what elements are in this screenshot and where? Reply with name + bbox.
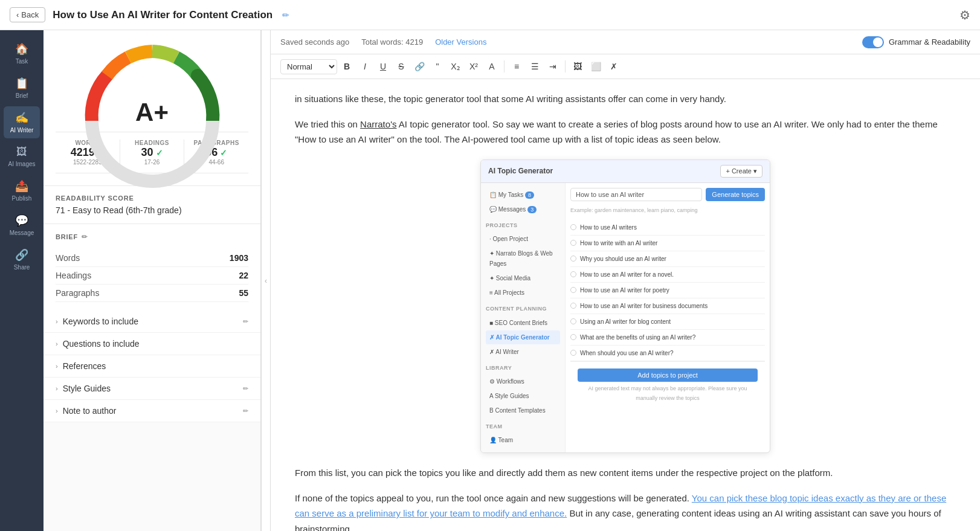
sidebar-item-brief[interactable]: 📋 Brief bbox=[4, 72, 40, 104]
italic-button[interactable]: I bbox=[356, 58, 373, 75]
sidebar-item-ai-images[interactable]: 🖼 AI Images bbox=[4, 141, 40, 172]
sidebar-item-message[interactable]: 💬 Message bbox=[4, 209, 40, 241]
brief-words-key: Words bbox=[56, 253, 80, 263]
narrato-link[interactable]: Narrato's bbox=[360, 119, 396, 129]
paragraphs-label: PARAGRAPHS bbox=[184, 140, 248, 146]
grammar-label: Grammar & Readability bbox=[889, 37, 970, 47]
screenshot-footer: Add topics to project AI generated text … bbox=[570, 361, 765, 408]
sidebar-item-ai-writer[interactable]: ✍ AI Writer bbox=[4, 106, 40, 138]
ss-topic-5: How to use an AI writer for poetry bbox=[570, 283, 765, 298]
ss-my-tasks[interactable]: 📋 My Tasks 8 bbox=[486, 188, 560, 202]
accordion-style-guides[interactable]: › Style Guides ✏ bbox=[44, 378, 260, 400]
accordion-references[interactable]: › References bbox=[44, 355, 260, 378]
link-button[interactable]: 🔗 bbox=[411, 58, 428, 75]
ss-social-media[interactable]: ✦ Social Media bbox=[486, 271, 560, 285]
blockquote-button[interactable]: " bbox=[429, 58, 446, 75]
title-edit-icon[interactable]: ✏ bbox=[282, 10, 289, 20]
ss-seo-briefs[interactable]: ■ SEO Content Briefs bbox=[486, 316, 560, 330]
top-bar: ‹ Back How to Use An AI Writer for Conte… bbox=[0, 0, 980, 30]
ss-messages[interactable]: 💬 Messages 3 bbox=[486, 202, 560, 216]
grade-label: A+ bbox=[135, 98, 169, 127]
ss-generate-button[interactable]: Generate topics bbox=[706, 188, 765, 201]
ordered-list-button[interactable]: ≡ bbox=[508, 58, 525, 75]
editor-paragraph-1: in situations like these, the topic gene… bbox=[295, 91, 956, 107]
editor-content[interactable]: in situations like these, the topic gene… bbox=[271, 79, 980, 531]
ss-team[interactable]: 👤 Team bbox=[486, 433, 560, 447]
screenshot-main-area: Generate topics Example: garden maintena… bbox=[566, 183, 770, 453]
clear-format-button[interactable]: ✗ bbox=[605, 58, 622, 75]
ss-topic-input[interactable] bbox=[570, 188, 702, 201]
top-bar-left: ‹ Back How to Use An AI Writer for Conte… bbox=[10, 7, 289, 22]
add-topics-button[interactable]: Add topics to project bbox=[578, 368, 758, 382]
older-versions-link[interactable]: Older Versions bbox=[435, 37, 486, 47]
screenshot-body: 📋 My Tasks 8 💬 Messages 3 PROJECTS · Ope… bbox=[481, 183, 770, 453]
fold-handle[interactable]: ‹ bbox=[261, 30, 271, 531]
subscript-button[interactable]: X₂ bbox=[447, 58, 464, 75]
editor-meta: Saved seconds ago Total words: 4219 Olde… bbox=[280, 37, 486, 47]
ss-all-projects[interactable]: ≡ All Projects bbox=[486, 286, 560, 300]
stat-headings: HEADINGS 30 ✓ 17-26 bbox=[120, 140, 184, 166]
ss-narrato-blogs[interactable]: ✦ Narrato Blogs & Web Pages bbox=[486, 246, 560, 271]
ss-ai-writer-nav[interactable]: ✗ AI Writer bbox=[486, 345, 560, 359]
indent-button[interactable]: ⇥ bbox=[544, 58, 561, 75]
ai-images-icon: 🖼 bbox=[16, 146, 27, 158]
text-style-select[interactable]: Normal Heading 1 Heading 2 Heading 3 bbox=[280, 59, 337, 74]
publish-icon: 📤 bbox=[15, 179, 28, 193]
screenshot-header: AI Topic Generator + Create ▾ bbox=[481, 160, 770, 183]
ss-projects-label: PROJECTS bbox=[486, 221, 560, 230]
bold-button[interactable]: B bbox=[338, 58, 355, 75]
ss-library-label: LIBRARY bbox=[486, 364, 560, 373]
image-button[interactable]: 🖼 bbox=[569, 58, 586, 75]
screenshot-create-button[interactable]: + Create ▾ bbox=[720, 165, 762, 178]
brief-row-words: Words 1903 bbox=[56, 249, 248, 267]
ss-topic-8: What are the benefits of using an AI wri… bbox=[570, 330, 765, 346]
editor-top-bar: Saved seconds ago Total words: 4219 Olde… bbox=[271, 30, 980, 54]
font-color-button[interactable]: A bbox=[483, 58, 500, 75]
keywords-edit-icon[interactable]: ✏ bbox=[243, 318, 248, 326]
sidebar-item-task[interactable]: 🏠 Task bbox=[4, 37, 40, 69]
editor-area: Saved seconds ago Total words: 4219 Olde… bbox=[271, 30, 980, 531]
sidebar-item-publish[interactable]: 📤 Publish bbox=[4, 175, 40, 207]
brief-title: BRIEF bbox=[56, 233, 78, 240]
ss-topic-2: How to write with an AI writer bbox=[570, 236, 765, 251]
accordion-note-to-author[interactable]: › Note to author ✏ bbox=[44, 400, 260, 422]
headings-check-icon: ✓ bbox=[156, 148, 163, 158]
ai-topic-generator-screenshot: AI Topic Generator + Create ▾ 📋 My Tasks… bbox=[480, 159, 770, 454]
ss-ai-topic-gen[interactable]: ✗ AI Topic Generator bbox=[486, 330, 560, 344]
superscript-button[interactable]: X² bbox=[465, 58, 482, 75]
brief-edit-icon[interactable]: ✏ bbox=[82, 233, 88, 241]
readability-title: READABILITY SCORE bbox=[56, 195, 248, 202]
grammar-readability-toggle: Grammar & Readability bbox=[862, 36, 970, 48]
ss-open-project[interactable]: · Open Project bbox=[486, 232, 560, 246]
back-button[interactable]: ‹ Back bbox=[10, 7, 45, 22]
total-words: Total words: 4219 bbox=[361, 37, 423, 47]
style-guides-edit-icon[interactable]: ✏ bbox=[243, 385, 248, 393]
score-gauge-area: A+ WORDS 4219 ✓ 1522-2283 HEADINGS 30 bbox=[44, 30, 260, 186]
ss-topic-6: How to use an AI writer for business doc… bbox=[570, 298, 765, 314]
brief-section: BRIEF ✏ Words 1903 Headings 22 Paragraph… bbox=[44, 224, 260, 311]
words-label: WORDS bbox=[56, 140, 120, 146]
settings-gear-icon[interactable]: ⚙ bbox=[959, 8, 970, 22]
stats-row: WORDS 4219 ✓ 1522-2283 HEADINGS 30 ✓ 17-… bbox=[56, 132, 248, 173]
note-edit-icon[interactable]: ✏ bbox=[243, 407, 248, 415]
accordion-questions[interactable]: › Questions to include bbox=[44, 333, 260, 355]
ss-topic-7: Using an AI writer for blog content bbox=[570, 314, 765, 330]
sidebar-item-share[interactable]: 🔗 Share bbox=[4, 243, 40, 275]
underline-button[interactable]: U bbox=[375, 58, 392, 75]
share-icon: 🔗 bbox=[15, 248, 28, 262]
ss-content-planning-label: CONTENT PLANNING bbox=[486, 304, 560, 314]
ss-workflows[interactable]: ⚙ Workflows bbox=[486, 375, 560, 388]
editor-paragraph-3: From this list, you can pick the topics … bbox=[295, 465, 956, 481]
grammar-toggle-switch[interactable] bbox=[862, 36, 884, 48]
gauge-container: A+ bbox=[74, 42, 231, 127]
ss-style-guides-nav[interactable]: A Style Guides bbox=[486, 389, 560, 403]
readability-value: 71 - Easy to Read (6th-7th grade) bbox=[56, 205, 248, 215]
unordered-list-button[interactable]: ☰ bbox=[526, 58, 543, 75]
ss-topic-9: When should you use an AI writer? bbox=[570, 346, 765, 361]
chevron-right-icon-5: › bbox=[56, 407, 58, 414]
table-button[interactable]: ⬜ bbox=[587, 58, 604, 75]
accordion-keywords[interactable]: › Keywords to include ✏ bbox=[44, 311, 260, 333]
strikethrough-button[interactable]: S bbox=[393, 58, 410, 75]
ss-content-templates[interactable]: B Content Templates bbox=[486, 404, 560, 417]
ss-topic-1: How to use AI writers bbox=[570, 220, 765, 236]
